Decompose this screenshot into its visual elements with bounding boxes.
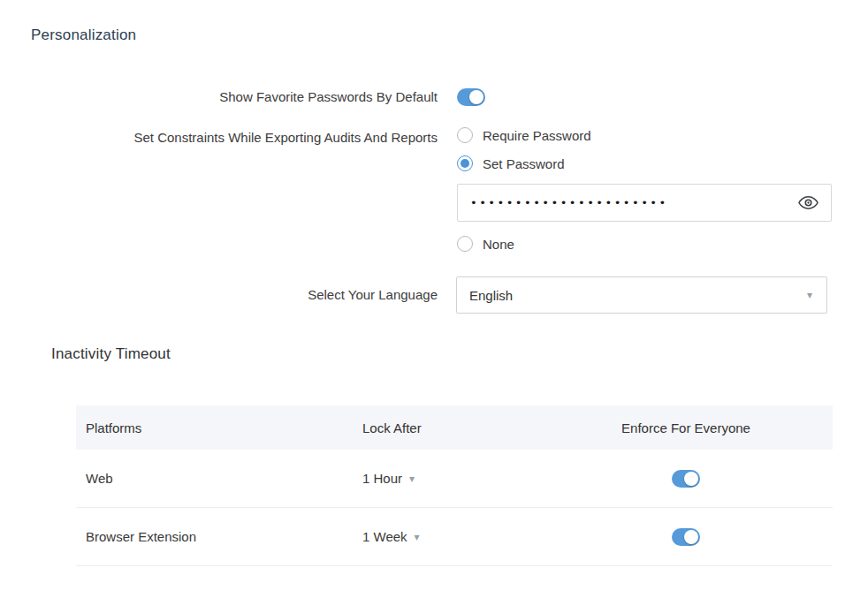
language-row: Select Your Language English ▾ — [0, 276, 868, 314]
favorite-passwords-toggle[interactable] — [457, 88, 485, 106]
header-enforce: Enforce For Everyone — [539, 420, 833, 435]
language-label: Select Your Language — [0, 286, 438, 304]
header-platforms: Platforms — [76, 420, 362, 435]
favorite-passwords-row: Show Favorite Passwords By Default — [0, 88, 868, 106]
language-selected-value: English — [469, 288, 807, 303]
personalization-form: Show Favorite Passwords By Default Set C… — [0, 88, 868, 314]
chevron-down-icon: ▾ — [409, 473, 415, 484]
table-header-row: Platforms Lock After Enforce For Everyon… — [76, 405, 833, 450]
enforce-toggle-browser-extension[interactable] — [672, 528, 700, 546]
show-password-eye-icon[interactable] — [791, 195, 819, 210]
radio-circle — [457, 155, 473, 171]
export-password-field-wrap — [457, 184, 832, 222]
radio-set-password[interactable]: Set Password — [457, 155, 832, 171]
radio-circle — [457, 127, 473, 143]
toggle-knob — [684, 530, 698, 544]
chevron-down-icon: ▾ — [415, 532, 420, 542]
table-row-web: Web 1 Hour ▾ — [76, 450, 833, 508]
radio-require-password[interactable]: Require Password — [457, 127, 832, 143]
radio-none-label: None — [483, 237, 514, 252]
inactivity-timeout-table: Platforms Lock After Enforce For Everyon… — [76, 405, 833, 566]
lock-after-dropdown-browser-extension[interactable]: 1 Week ▾ — [362, 529, 420, 544]
platform-cell: Browser Extension — [76, 529, 362, 544]
platform-cell: Web — [76, 471, 362, 486]
radio-circle — [457, 236, 473, 252]
enforce-toggle-web[interactable] — [672, 470, 700, 488]
chevron-down-icon: ▾ — [807, 290, 812, 300]
export-constraints-label: Set Constraints While Exporting Audits A… — [0, 129, 438, 147]
toggle-knob — [469, 90, 483, 104]
radio-set-password-label: Set Password — [483, 156, 565, 171]
personalization-heading: Personalization — [31, 26, 868, 44]
inactivity-timeout-heading: Inactivity Timeout — [51, 345, 868, 363]
language-select[interactable]: English ▾ — [456, 276, 827, 314]
export-password-input[interactable] — [470, 196, 791, 209]
header-lock-after: Lock After — [362, 420, 539, 435]
table-row-browser-extension: Browser Extension 1 Week ▾ — [76, 508, 833, 566]
lock-after-value: 1 Hour — [362, 471, 402, 486]
favorite-passwords-label: Show Favorite Passwords By Default — [0, 88, 438, 106]
lock-after-dropdown-web[interactable]: 1 Hour ▾ — [362, 471, 415, 486]
toggle-knob — [684, 472, 698, 486]
radio-require-password-label: Require Password — [483, 128, 591, 143]
export-constraints-row: Set Constraints While Exporting Audits A… — [0, 127, 868, 252]
lock-after-value: 1 Week — [362, 529, 407, 544]
radio-none[interactable]: None — [457, 236, 832, 252]
